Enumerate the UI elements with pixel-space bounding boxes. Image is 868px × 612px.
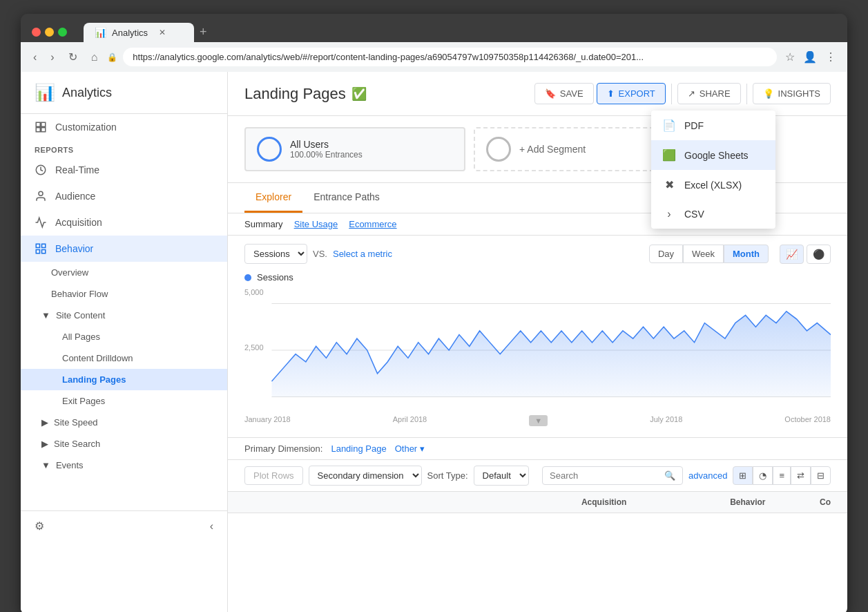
all-users-segment-circle bbox=[257, 137, 282, 162]
svg-rect-6 bbox=[36, 244, 39, 247]
site-search-section-header[interactable]: ▶ Site Search bbox=[21, 433, 227, 455]
compare-view-button[interactable]: ⊟ bbox=[811, 466, 831, 485]
month-button[interactable]: Month bbox=[724, 245, 769, 263]
plot-rows-button[interactable]: Plot Rows bbox=[244, 466, 303, 485]
save-icon: 🔖 bbox=[545, 88, 556, 99]
select-metric-link[interactable]: Select a metric bbox=[333, 249, 392, 259]
export-google-sheets-item[interactable]: 🟩 Google Sheets bbox=[651, 140, 775, 170]
realtime-icon bbox=[35, 164, 47, 176]
time-controls: Day Week Month bbox=[649, 245, 769, 263]
url-input[interactable] bbox=[123, 48, 777, 66]
sidebar-subitem-exit-pages[interactable]: Exit Pages bbox=[21, 390, 227, 412]
metric-selector[interactable]: Sessions bbox=[244, 244, 307, 264]
export-csv-item[interactable]: › CSV bbox=[651, 200, 775, 229]
export-excel-item[interactable]: ✖ Excel (XLSX) bbox=[651, 170, 775, 200]
chart-x-label-jul: July 2018 bbox=[650, 415, 682, 426]
site-search-triangle-icon: ▶ bbox=[41, 439, 48, 449]
chart-type-buttons: 📈 ⚫ bbox=[780, 245, 831, 264]
audience-icon bbox=[35, 190, 47, 202]
svg-rect-0 bbox=[36, 122, 40, 126]
sidebar-logo-area: 📊 Analytics bbox=[21, 72, 227, 114]
share-label: SHARE bbox=[700, 88, 731, 99]
table-search-input[interactable] bbox=[550, 470, 660, 481]
forward-button[interactable]: › bbox=[46, 48, 58, 66]
sidebar-item-audience[interactable]: Audience bbox=[21, 183, 227, 209]
site-speed-section-header[interactable]: ▶ Site Speed bbox=[21, 412, 227, 433]
sidebar-subitem-landing-pages[interactable]: Landing Pages bbox=[21, 369, 227, 390]
primary-dimension-value[interactable]: Landing Page bbox=[331, 443, 386, 454]
collapse-sidebar-button[interactable]: ‹ bbox=[210, 520, 213, 533]
week-button[interactable]: Week bbox=[683, 245, 724, 263]
events-section-header[interactable]: ▼ Events bbox=[21, 455, 227, 476]
ssl-lock-icon: 🔒 bbox=[107, 52, 117, 62]
page-title-text: Landing Pages bbox=[244, 85, 346, 103]
sidebar-subitem-behavior-flow[interactable]: Behavior Flow bbox=[21, 283, 227, 305]
svg-rect-9 bbox=[42, 250, 46, 254]
save-button[interactable]: 🔖 SAVE bbox=[534, 83, 594, 104]
tab-close-button[interactable]: ✕ bbox=[159, 28, 166, 37]
reload-button[interactable]: ↻ bbox=[64, 48, 81, 66]
subtab-site-usage[interactable]: Site Usage bbox=[294, 219, 338, 229]
other-dimension-link[interactable]: Other ▾ bbox=[395, 443, 425, 454]
chart-controls-bar: Sessions VS. Select a metric Day Week Mo… bbox=[228, 236, 847, 272]
browser-tab[interactable]: 📊 Analytics ✕ bbox=[84, 23, 194, 42]
bookmark-button[interactable]: ☆ bbox=[782, 48, 798, 66]
export-dropdown-menu: 📄 PDF 🟩 Google Sheets ✖ Excel (XLSX) bbox=[651, 111, 775, 229]
insights-label: INSIGHTS bbox=[778, 88, 820, 99]
maximize-dot bbox=[58, 28, 67, 37]
tab-explorer[interactable]: Explorer bbox=[244, 183, 302, 213]
events-label: Events bbox=[56, 460, 84, 470]
share-button[interactable]: ↗ SHARE bbox=[677, 83, 741, 104]
sort-type-select[interactable]: Default bbox=[474, 466, 529, 486]
sidebar-subitem-overview[interactable]: Overview bbox=[21, 262, 227, 283]
chart-legend: Sessions bbox=[244, 272, 831, 283]
home-button[interactable]: ⌂ bbox=[87, 48, 102, 66]
secondary-dimension-select[interactable]: Secondary dimension bbox=[309, 466, 422, 486]
back-button[interactable]: ‹ bbox=[29, 48, 41, 66]
subtab-ecommerce[interactable]: Ecommerce bbox=[349, 219, 396, 229]
sessions-legend-dot bbox=[244, 274, 251, 281]
new-tab-button[interactable]: + bbox=[194, 22, 213, 42]
pie-view-button[interactable]: ◔ bbox=[753, 466, 773, 485]
chart-scroll-center[interactable]: ▼ bbox=[529, 415, 548, 426]
primary-dimension-label: Primary Dimension: bbox=[244, 443, 322, 454]
menu-button[interactable]: ⋮ bbox=[822, 48, 839, 66]
export-button[interactable]: ⬆ EXPORT bbox=[597, 83, 666, 104]
tab-title: Analytics bbox=[112, 28, 148, 38]
export-pdf-item[interactable]: 📄 PDF bbox=[651, 111, 775, 140]
site-content-triangle-icon: ▼ bbox=[41, 310, 50, 321]
site-speed-label: Site Speed bbox=[54, 417, 98, 428]
page-header: Landing Pages ✅ 🔖 SAVE ⬆ EXPORT ↗ bbox=[228, 72, 847, 116]
site-content-section-header[interactable]: ▼ Site Content bbox=[21, 305, 227, 326]
tab-bar: 📊 Analytics ✕ + bbox=[84, 22, 213, 42]
chart-container: 5,000 2,500 bbox=[244, 288, 831, 412]
sidebar-bottom-bar: ⚙ ‹ bbox=[21, 510, 227, 541]
sidebar-item-customization[interactable]: Customization bbox=[21, 114, 227, 140]
line-chart-button[interactable]: 📈 bbox=[780, 245, 804, 264]
bar-view-button[interactable]: ≡ bbox=[773, 466, 791, 485]
grid-view-button[interactable]: ⊞ bbox=[733, 466, 753, 485]
advanced-filter-link[interactable]: advanced bbox=[688, 470, 727, 481]
day-button[interactable]: Day bbox=[649, 245, 683, 263]
chart-area: Sessions 5,000 2,500 bbox=[228, 272, 847, 437]
all-users-segment-info: All Users 100.00% Entrances bbox=[290, 139, 453, 160]
export-excel-label: Excel (XLSX) bbox=[684, 180, 742, 191]
chart-y-mid-label: 2,500 bbox=[244, 343, 264, 352]
tab-entrance-paths[interactable]: Entrance Paths bbox=[302, 183, 391, 213]
sidebar-subitem-content-drilldown[interactable]: Content Drilldown bbox=[21, 347, 227, 369]
sidebar-item-acquisition[interactable]: Acquisition bbox=[21, 209, 227, 236]
settings-gear-button[interactable]: ⚙ bbox=[35, 519, 44, 533]
subtab-summary[interactable]: Summary bbox=[244, 219, 283, 229]
bar-chart-button[interactable]: ⚫ bbox=[807, 245, 831, 264]
account-button[interactable]: 👤 bbox=[800, 48, 820, 66]
share-icon: ↗ bbox=[688, 88, 695, 99]
sidebar-item-realtime[interactable]: Real-Time bbox=[21, 157, 227, 183]
insights-button[interactable]: 💡 INSIGHTS bbox=[753, 83, 831, 104]
pivot-view-button[interactable]: ⇄ bbox=[791, 466, 811, 485]
sort-type-label: Sort Type: bbox=[427, 470, 468, 481]
site-content-label: Site Content bbox=[56, 310, 106, 321]
sidebar-item-behavior[interactable]: Behavior bbox=[21, 236, 227, 262]
all-users-segment[interactable]: All Users 100.00% Entrances bbox=[244, 127, 465, 171]
sidebar-subitem-all-pages[interactable]: All Pages bbox=[21, 326, 227, 347]
sidebar-audience-label: Audience bbox=[55, 191, 95, 202]
